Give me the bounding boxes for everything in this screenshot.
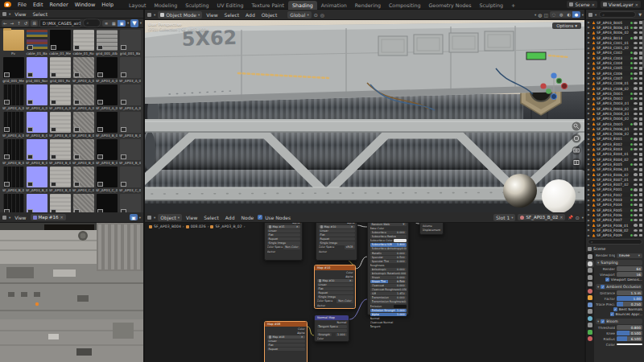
hide-viewport-icon[interactable] <box>634 133 638 135</box>
hide-render-icon[interactable] <box>639 193 643 196</box>
expand-icon[interactable]: ▶ <box>588 208 591 212</box>
hide-viewport-icon[interactable] <box>634 168 638 171</box>
editor-type-icon[interactable] <box>588 13 592 17</box>
filter-icon[interactable]: ▼ <box>130 19 138 27</box>
hide-viewport-icon[interactable] <box>634 219 638 221</box>
hide-render-icon[interactable] <box>639 82 642 85</box>
refresh-icon[interactable]: ↺ <box>23 20 30 27</box>
bsdf-row[interactable]: Anisotropic0.000 <box>370 268 407 271</box>
expand-icon[interactable]: ▶ <box>588 107 591 110</box>
xray-icon[interactable]: ◫ <box>544 12 549 18</box>
file-item[interactable]: SF_AP03_B_0 <box>95 112 118 138</box>
hide-render-icon[interactable] <box>639 72 643 75</box>
bsdf-row[interactable]: Sheen0.000 <box>370 276 407 279</box>
hide-viewport-icon[interactable] <box>634 179 638 181</box>
workspace-tab[interactable]: + <box>507 1 519 10</box>
channels-caret[interactable]: ▾ <box>139 216 141 220</box>
file-item[interactable]: SF_AP03_B_0 <box>118 139 142 165</box>
space-dropdown[interactable]: Tangent Space <box>317 325 347 328</box>
tab-output[interactable] <box>588 268 592 273</box>
hide-viewport-icon[interactable] <box>634 204 638 206</box>
expand-icon[interactable]: ▶ <box>588 122 591 125</box>
hide-render-icon[interactable] <box>639 219 643 222</box>
image-datablock[interactable]: Map #16 ✕ <box>31 214 66 220</box>
workspace-tab[interactable]: Rendering <box>351 1 385 10</box>
expand-icon[interactable]: ▶ <box>588 142 591 146</box>
hide-render-icon[interactable] <box>639 153 643 156</box>
file-item[interactable]: SF_AP03_C_0 <box>48 194 72 212</box>
hide-viewport-icon[interactable] <box>634 87 638 89</box>
hide-render-icon[interactable] <box>639 138 643 141</box>
output-socket-row[interactable]: Displacement <box>423 228 441 232</box>
editor-type-icon[interactable] <box>147 13 151 17</box>
hide-viewport-icon[interactable] <box>634 97 638 100</box>
file-item[interactable]: SF_AP03_B_0 <box>25 112 48 138</box>
bsdf-row[interactable]: Subsurface Color <box>370 239 407 242</box>
solid-shading-icon[interactable]: ◍ <box>558 11 565 18</box>
hide-viewport-icon[interactable] <box>634 117 638 120</box>
ao-trace-slider[interactable]: 0.250 <box>617 302 642 307</box>
expand-icon[interactable]: ▶ <box>588 36 591 39</box>
workspace-tab[interactable]: UV Editing <box>213 1 248 10</box>
bloom-panel-header[interactable]: ▾ ✓ Bloom <box>596 319 642 324</box>
hide-render-icon[interactable] <box>639 224 643 227</box>
expand-icon[interactable]: ▶ <box>588 112 591 115</box>
image-texture-node[interactable]: Color Alpha Map #10✕ Linear Flat Repeat … <box>316 223 357 261</box>
bsdf-row[interactable]: Base Color <box>370 227 407 230</box>
expand-icon[interactable]: ▶ <box>588 62 591 65</box>
hide-viewport-icon[interactable] <box>634 229 638 232</box>
hide-render-icon[interactable] <box>639 173 643 176</box>
workspace-tab[interactable]: Modeling <box>151 1 182 10</box>
bsdf-row[interactable]: Clearcoat0.000 <box>370 284 407 287</box>
bsdf-row[interactable]: Emission Strength1.000 <box>370 309 407 312</box>
bsdf-row[interactable]: Subsurface0.000 <box>370 231 407 234</box>
bsdf-row[interactable]: Emission <box>370 305 407 308</box>
projection-dropdown[interactable]: Flat <box>267 233 300 237</box>
tab-scene[interactable] <box>588 282 592 286</box>
zoom-icon[interactable] <box>572 122 581 131</box>
hide-viewport-icon[interactable] <box>634 194 638 196</box>
output-socket-row[interactable]: Volume <box>423 224 441 228</box>
expand-icon[interactable]: ▶ <box>588 51 591 55</box>
image-selector[interactable]: Map #10✕ <box>317 279 353 282</box>
hide-viewport-icon[interactable] <box>634 234 638 237</box>
source-dropdown[interactable]: Single Image <box>267 241 300 245</box>
hide-render-icon[interactable] <box>639 204 643 207</box>
hide-viewport-icon[interactable] <box>634 173 638 175</box>
hide-render-icon[interactable] <box>639 102 642 105</box>
hide-viewport-icon[interactable] <box>634 224 638 226</box>
overlay-caret[interactable]: ▾ <box>582 216 584 220</box>
file-item[interactable]: grid_001_Alb <box>95 30 118 56</box>
hide-viewport-icon[interactable] <box>634 128 638 130</box>
bloom-threshold-field[interactable]: 0.800 <box>617 325 642 331</box>
forward-icon[interactable]: → <box>9 20 16 27</box>
projection-dropdown[interactable]: Flat <box>267 343 305 347</box>
hide-viewport-icon[interactable] <box>634 31 638 34</box>
hide-viewport-icon[interactable] <box>634 72 638 75</box>
bloom-color-swatch[interactable] <box>617 343 642 345</box>
file-item[interactable]: SF_AP03_B_0 <box>2 139 25 165</box>
expand-icon[interactable]: ▶ <box>588 158 591 161</box>
render-samples-field[interactable]: 64 <box>617 266 642 272</box>
ao-factor-slider[interactable]: 1.00 <box>617 296 642 302</box>
workspace-tab[interactable]: Texture Paint <box>247 1 288 10</box>
transform-orientation[interactable]: Global▾ <box>287 11 311 19</box>
ao-panel-header[interactable]: ▾ ✓ Ambient Occlusion <box>596 284 642 290</box>
file-item[interactable]: grid_001_Ba <box>118 30 142 56</box>
file-item[interactable]: SF_AP03_B_0 <box>25 139 48 165</box>
bsdf-row[interactable]: Random Walk▾ <box>370 223 407 226</box>
file-item[interactable]: SF_AP03_C_0 <box>2 194 25 212</box>
image-selector[interactable]: Map #15✕ <box>267 225 300 228</box>
file-item[interactable]: SF_AP03_B_0 <box>2 167 25 192</box>
interpolation-dropdown[interactable]: Linear <box>267 229 300 232</box>
viewport-samples-field[interactable]: 16 <box>617 272 642 278</box>
remove-viewlayer-icon[interactable]: ✕ <box>635 2 638 7</box>
expand-icon[interactable]: ▶ <box>588 102 591 105</box>
workspace-tab[interactable]: Sculpting <box>181 1 213 10</box>
tab-view-layer[interactable] <box>588 275 592 280</box>
hide-viewport-icon[interactable] <box>634 199 638 201</box>
hide-viewport-icon[interactable] <box>634 27 638 29</box>
file-item[interactable]: SF_AP03_C_0 <box>118 167 142 192</box>
bsdf-row[interactable]: Roughness <box>370 264 407 267</box>
viewport-menu[interactable]: Add <box>244 12 257 18</box>
